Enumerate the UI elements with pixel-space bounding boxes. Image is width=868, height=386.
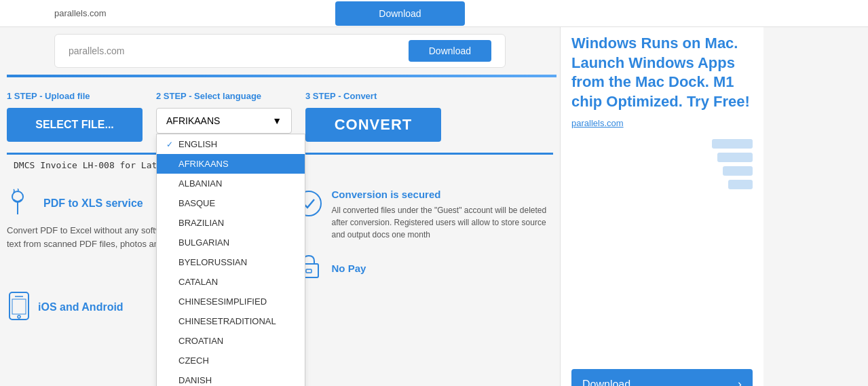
dropdown-item[interactable]: BYELORUSSIAN bbox=[157, 252, 305, 272]
left-content: parallels.com Download 1 STEP - Upload f… bbox=[0, 27, 560, 386]
dropdown-item-label: CATALAN bbox=[178, 277, 218, 287]
sidebar-download-label: Download bbox=[582, 379, 630, 387]
dropdown-item[interactable]: CATALAN bbox=[157, 272, 305, 292]
dropdown-item[interactable]: CROATIAN bbox=[157, 331, 305, 351]
dropdown-item-label: DANISH bbox=[178, 375, 212, 385]
ios-android-title: iOS and Android bbox=[38, 301, 124, 313]
dropdown-item[interactable]: DANISH bbox=[157, 370, 305, 386]
url-text: parallels.com bbox=[69, 45, 124, 56]
check-mark-icon: ✓ bbox=[166, 140, 174, 149]
dropdown-item-label: BULGARIAN bbox=[178, 237, 229, 248]
language-dropdown[interactable]: AFRIKAANS ▼ ✓ENGLISHAFRIKAANSALBANIANBAS… bbox=[156, 108, 292, 134]
dropdown-item[interactable]: CHINESESIMPLIFIED bbox=[157, 292, 305, 311]
sidebar-download-area: Download › bbox=[571, 369, 753, 386]
pdf-service-title: PDF to XLS service bbox=[43, 197, 143, 210]
chevron-right-icon: › bbox=[738, 377, 742, 386]
dropdown-item-label: BRAZILIAN bbox=[178, 218, 224, 228]
main-wrapper: parallels.com Download 1 STEP - Upload f… bbox=[0, 27, 868, 386]
right-sidebar: Windows Runs on Mac. Launch Windows Apps… bbox=[560, 27, 763, 386]
dropdown-item-label: AFRIKAANS bbox=[178, 159, 229, 169]
svg-rect-4 bbox=[306, 269, 312, 273]
dropdown-item-label: CHINESETRADITIONAL bbox=[178, 316, 276, 326]
nopay-title: No Pay bbox=[332, 263, 366, 274]
conversion-description: All converted files under the "Guest" ac… bbox=[332, 204, 554, 241]
dropdown-item[interactable]: CZECH bbox=[157, 351, 305, 370]
dropdown-trigger[interactable]: AFRIKAANS ▼ bbox=[156, 108, 292, 134]
dropdown-item-label: ENGLISH bbox=[178, 139, 217, 149]
top-download-button[interactable]: Download bbox=[335, 1, 465, 26]
step1-block: 1 STEP - Upload file SELECT FILE... bbox=[7, 91, 143, 142]
conversion-text-block: Conversion is secured All converted file… bbox=[332, 189, 554, 241]
dropdown-item-label: CHINESESIMPLIFIED bbox=[178, 296, 267, 307]
url-download-button[interactable]: Download bbox=[409, 40, 491, 62]
ios-icon bbox=[7, 291, 31, 324]
dropdown-item-label: BASQUE bbox=[178, 198, 215, 208]
conversion-section: Conversion is secured All converted file… bbox=[294, 189, 554, 284]
dropdown-item[interactable]: AFRIKAANS bbox=[157, 154, 305, 174]
steps-area: 1 STEP - Upload file SELECT FILE... 2 ST… bbox=[0, 77, 560, 142]
ad-url[interactable]: parallels.com bbox=[571, 118, 753, 128]
dropdown-item[interactable]: BRAZILIAN bbox=[157, 213, 305, 233]
step2-block: 2 STEP - Select language AFRIKAANS ▼ ✓EN… bbox=[156, 91, 292, 142]
dropdown-item-label: CZECH bbox=[178, 355, 209, 366]
step1-label: 1 STEP - Upload file bbox=[7, 91, 90, 101]
chevron-down-icon: ▼ bbox=[272, 115, 282, 126]
dropdown-item-label: BYELORUSSIAN bbox=[178, 257, 247, 267]
convert-button[interactable]: CONVERT bbox=[305, 108, 441, 142]
pdf-service-icon bbox=[7, 189, 37, 218]
dropdown-selected-value: AFRIKAANS bbox=[166, 115, 220, 126]
dropdown-item[interactable]: BULGARIAN bbox=[157, 233, 305, 252]
select-file-button[interactable]: SELECT FILE... bbox=[7, 108, 143, 142]
step2-label: 2 STEP - Select language bbox=[156, 91, 261, 101]
step3-block: 3 STEP - Convert CONVERT bbox=[305, 91, 441, 142]
svg-point-8 bbox=[18, 315, 20, 318]
url-bar-area: parallels.com Download bbox=[54, 34, 506, 68]
conversion-inner: Conversion is secured All converted file… bbox=[294, 189, 554, 241]
sidebar-download-button[interactable]: Download › bbox=[571, 369, 753, 386]
top-bar-url: parallels.com bbox=[54, 8, 107, 18]
nopay-row: No Pay bbox=[294, 252, 554, 284]
top-bar: parallels.com Download bbox=[0, 0, 868, 27]
dropdown-item[interactable]: ✓ENGLISH bbox=[157, 134, 305, 154]
dropdown-item[interactable]: CHINESETRADITIONAL bbox=[157, 311, 305, 331]
dropdown-item-label: ALBANIAN bbox=[178, 178, 222, 189]
dropdown-item[interactable]: ALBANIAN bbox=[157, 174, 305, 193]
conversion-title: Conversion is secured bbox=[332, 189, 554, 200]
dropdown-item-label: CROATIAN bbox=[178, 336, 223, 346]
invoice-text: DMCS Invoice LH-008 for Latha B bbox=[14, 160, 178, 170]
dropdown-list[interactable]: ✓ENGLISHAFRIKAANSALBANIANBASQUEBRAZILIAN… bbox=[156, 134, 305, 386]
parallels-deco bbox=[571, 139, 753, 189]
step3-label: 3 STEP - Convert bbox=[305, 91, 377, 101]
svg-rect-7 bbox=[12, 299, 26, 314]
dropdown-item[interactable]: BASQUE bbox=[157, 193, 305, 213]
ad-text: Windows Runs on Mac. Launch Windows Apps… bbox=[571, 34, 753, 111]
